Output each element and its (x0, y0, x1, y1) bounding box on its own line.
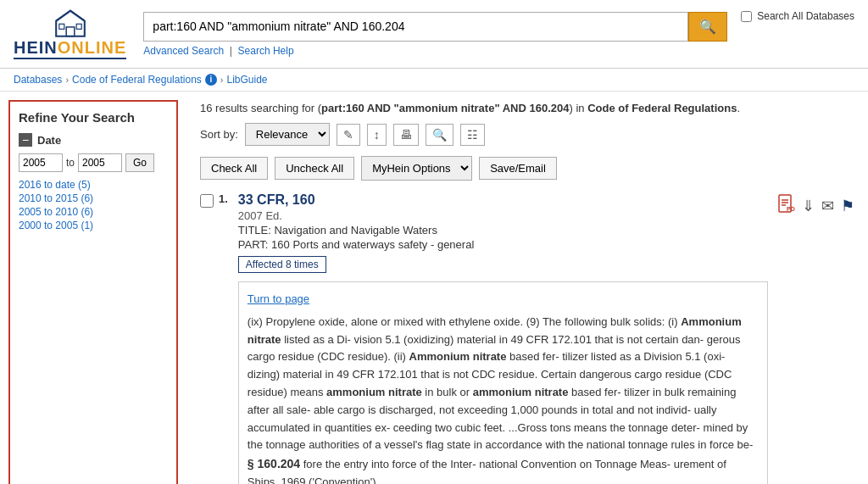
breadcrumb-cfr[interactable]: Code of Federal Regulations (72, 74, 202, 86)
sort-select[interactable]: RelevanceDateTitle (245, 123, 330, 146)
save-email-button[interactable]: Save/Email (479, 157, 557, 180)
email-button[interactable]: ✉ (821, 194, 834, 217)
sidebar-title: Refine Your Search (19, 110, 168, 125)
turn-to-page-link[interactable]: Turn to page (248, 291, 759, 309)
result-item: 1. 33 CFR, 160 2007 Ed. TITLE: Navigatio… (200, 192, 854, 484)
search-all-area: Search All Databases (741, 10, 854, 22)
myhein-select[interactable]: MyHein Options (361, 156, 472, 181)
query-display: part:160 AND "ammonium nitrate" AND 160.… (321, 102, 569, 114)
date-to-input[interactable] (78, 153, 122, 172)
result-body: 33 CFR, 160 2007 Ed. TITLE: Navigation a… (238, 192, 768, 484)
results-header: 16 results searching for (part:160 AND "… (200, 102, 854, 114)
download-button[interactable]: ⇓ (802, 194, 815, 217)
search-all-databases-checkbox[interactable] (741, 11, 752, 22)
result-checkbox-num: 1. (200, 192, 228, 208)
search-help-link[interactable]: Search Help (238, 45, 294, 57)
sort-row: Sort by: RelevanceDateTitle ✎ ↕ 🖶 🔍 ☷ (200, 123, 854, 146)
date-range-link[interactable]: 2000 to 2005 (1) (19, 220, 168, 231)
logo-house-icon (55, 8, 86, 39)
advanced-search-link[interactable]: Advanced Search (143, 45, 224, 57)
date-go-button[interactable]: Go (125, 153, 154, 172)
result-checkbox[interactable] (200, 194, 214, 208)
binoculars-button[interactable]: 🔍 (426, 124, 453, 146)
date-range-link[interactable]: 2010 to 2015 (6) (19, 192, 168, 204)
pdf-button[interactable]: PDF (778, 194, 795, 217)
date-label: Date (37, 134, 61, 147)
date-collapse-button[interactable]: − (19, 133, 32, 147)
svg-rect-3 (76, 24, 81, 29)
date-section: − Date to Go 2016 to date (5)2010 to 201… (19, 133, 168, 231)
snippet-text: (ix) Propylene oxide, alone or mixed wit… (248, 315, 754, 484)
svg-rect-1 (66, 27, 75, 36)
info-icon[interactable]: i (205, 74, 217, 86)
svg-text:PDF: PDF (787, 206, 795, 212)
svg-rect-2 (58, 24, 64, 29)
check-all-button[interactable]: Check All (200, 157, 268, 180)
sort-label: Sort by: (200, 128, 238, 141)
content: 16 results searching for (part:160 AND "… (186, 92, 868, 484)
bookmark-button[interactable]: ⚑ (841, 194, 854, 217)
result-edition: 2007 Ed. (238, 209, 768, 222)
date-filter-links: 2016 to date (5)2010 to 2015 (6)2005 to … (19, 179, 168, 231)
result-part-line: PART: 160 Ports and waterways safety - g… (238, 238, 768, 251)
breadcrumb-chevron-1: › (65, 75, 69, 85)
date-range-link[interactable]: 2005 to 2010 (6) (19, 206, 168, 218)
result-actions: PDF ⇓ ✉ ⚑ (778, 192, 854, 217)
search-button[interactable]: 🔍 (688, 12, 727, 42)
date-to-label: to (66, 157, 75, 169)
result-number: 1. (219, 192, 228, 205)
search-links: Advanced Search | Search Help (143, 45, 727, 57)
uncheck-all-button[interactable]: Uncheck All (275, 157, 354, 180)
logo: HEINONLINE (14, 8, 126, 59)
date-range-link[interactable]: 2016 to date (5) (19, 179, 168, 191)
list-view-button[interactable]: ☷ (460, 124, 485, 146)
search-input[interactable] (143, 12, 688, 42)
result-title[interactable]: 33 CFR, 160 (238, 192, 768, 208)
result-icon-row: PDF ⇓ ✉ ⚑ (778, 194, 854, 217)
search-all-label: Search All Databases (757, 10, 854, 22)
breadcrumb-databases[interactable]: Databases (14, 74, 62, 86)
breadcrumb-chevron-2: › (220, 75, 224, 85)
logo-online: ONLINE (58, 38, 127, 57)
edit-icon-button[interactable]: ✎ (337, 124, 360, 146)
sidebar: Refine Your Search − Date to Go 2016 to … (8, 100, 178, 484)
affected-badge[interactable]: Affected 8 times (238, 256, 326, 273)
logo-hein: HEIN (14, 38, 58, 57)
search-area: 🔍 Advanced Search | Search Help (143, 12, 727, 57)
action-row: Check All Uncheck All MyHein Options Sav… (200, 156, 854, 181)
breadcrumb: Databases › Code of Federal Regulations … (0, 69, 868, 92)
date-from-input[interactable] (19, 153, 63, 172)
database-name: Code of Federal Regulations (587, 102, 737, 114)
print-button[interactable]: 🖶 (393, 124, 419, 146)
result-title-line: TITLE: Navigation and Navigable Waters (238, 224, 768, 236)
breadcrumb-libguide[interactable]: LibGuide (226, 74, 267, 86)
result-count: 16 (200, 102, 212, 114)
snippet-box: Turn to page (ix) Propylene oxide, alone… (238, 281, 768, 484)
sort-direction-button[interactable]: ↕ (367, 124, 387, 146)
